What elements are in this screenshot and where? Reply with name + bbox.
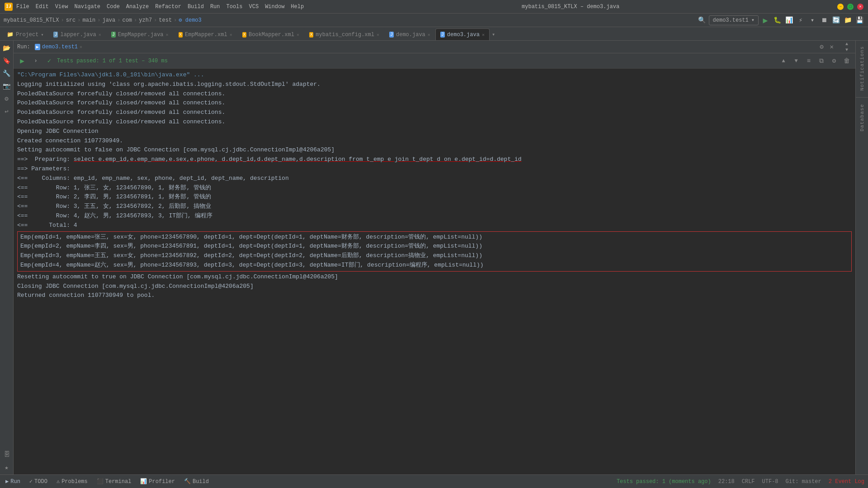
window-controls[interactable]: － □ ✕ [837,4,863,10]
problems-icon: ⚠ [57,478,60,485]
wrap-lines-btn[interactable]: ≡ [803,55,815,67]
breadcrumb-yzh7[interactable]: yzh7 [139,17,152,23]
menu-file[interactable]: File [16,4,29,10]
sidebar-camera-icon[interactable]: 📷 [1,80,12,91]
run-config-label: demo3.test1 [713,17,749,23]
terminal-icon: ⬛ [97,478,104,485]
tab-empmapper-close[interactable]: ✕ [166,32,169,38]
rerun-button[interactable]: ▶ [16,55,28,67]
bottom-run-label: Run [10,479,20,485]
bottom-tab-terminal[interactable]: ⬛ Terminal [95,477,133,486]
event-log-btn[interactable]: 2 Event Log [829,479,864,485]
sidebar-database-icon[interactable]: 🗄 [1,449,12,460]
breadcrumb-demo3[interactable]: ⚙ demo3 [179,17,201,23]
toolbar: mybatis_0815_KTLX › src › main › java › … [0,14,868,27]
bottom-tab-run[interactable]: ▶ Run [4,477,22,486]
opening-jdbc-line: Opening JDBC Connection [17,128,98,135]
breadcrumb-com[interactable]: com [122,17,132,23]
sidebar-star-icon[interactable]: ★ [1,462,12,473]
menu-run[interactable]: Run [210,4,220,10]
sidebar-structure-icon[interactable]: 🔧 [1,68,12,79]
tab-project[interactable]: 📁 Project ▾ [2,28,48,40]
sidebar-bookmark-icon[interactable]: 🔖 [1,55,12,66]
menu-build[interactable]: Build [188,4,204,10]
run-panel-arrows: ▲ ▼ [842,41,852,52]
run-config-dropdown[interactable]: demo3.test1 ▾ [709,15,759,25]
tab-bookmapper-xml[interactable]: X BookMapper.xml ✕ [237,28,304,40]
menu-view[interactable]: View [55,4,68,10]
menu-vcs[interactable]: VCS [249,4,259,10]
tab-demo3-close[interactable]: ✕ [482,32,485,38]
run-panel-close[interactable]: ✕ [830,43,834,51]
menu-tools[interactable]: Tools [226,4,243,10]
scroll-up-btn[interactable]: ▲ [778,55,789,67]
menu-help[interactable]: Help [291,4,304,10]
chevron-icon: ▾ [41,32,43,38]
search-everywhere-icon[interactable]: 🔍 [697,15,707,25]
filter-btn[interactable]: ⧉ [816,55,827,67]
right-sidebar-database[interactable]: Database [859,100,866,135]
run-panel-up[interactable]: ▲ [842,41,852,47]
more-run-options[interactable]: ▾ [807,15,817,25]
settings-run-btn[interactable]: ⚙ [828,55,840,67]
tab-empmapper-xml-close[interactable]: ✕ [230,32,232,38]
breadcrumb-main[interactable]: main [82,17,95,23]
menu-edit[interactable]: Edit [36,4,49,10]
tab-demo[interactable]: J demo.java ✕ [384,28,435,40]
time-display: 22:18 [718,479,735,485]
sidebar-project-icon[interactable]: 📂 [1,42,12,53]
row-line-4: <== Row: 4, 赵六, 男, 1234567893, 3, IT部门, … [17,212,212,219]
title-bar: IJ File Edit View Navigate Code Analyze … [0,0,868,14]
autocommit-line: Setting autocommit to false on JDBC Conn… [17,146,335,153]
bottom-tab-build[interactable]: 🔨 Build [182,477,211,486]
profile-button[interactable]: ⚡ [796,15,806,25]
bottom-tab-problems[interactable]: ⚠ Problems [55,477,90,486]
charset-display[interactable]: UTF-8 [762,479,778,485]
tab-empmapper[interactable]: J EmpMapper.java ✕ [106,28,174,40]
coverage-button[interactable]: 📊 [784,15,794,25]
minimize-button[interactable]: － [837,4,844,10]
run-button[interactable]: ▶ [760,15,770,25]
breadcrumb-src[interactable]: src [66,17,76,23]
tab-mybatis-config-close[interactable]: ✕ [377,32,379,38]
console-output[interactable]: "C:\Program Files\Java\jdk1.8.0_101\bin\… [14,69,855,474]
debug-button[interactable]: 🐛 [772,15,782,25]
run-panel-down[interactable]: ▼ [842,47,852,52]
tab-lapper-close[interactable]: ✕ [99,32,101,38]
right-sidebar-notifications[interactable]: Notifications [859,42,866,94]
sidebar-history-icon[interactable]: ↩ [1,106,12,117]
breadcrumb-test[interactable]: test [159,17,172,23]
menu-analyze[interactable]: Analyze [126,4,149,10]
tab-mybatis-config[interactable]: X mybatis_config.xml ✕ [304,28,384,40]
bottom-tab-profiler[interactable]: 📊 Profiler [138,477,177,486]
close-button[interactable]: ✕ [857,4,863,10]
sidebar-settings-icon[interactable]: ⚙ [1,93,12,104]
scroll-down-btn[interactable]: ▼ [790,55,802,67]
stop-button[interactable]: ⏹ [819,15,829,25]
tab-demo3[interactable]: J demo3.java ✕ [435,28,490,40]
run-tab-demo3[interactable]: ▶ demo3.test1 ✕ [35,44,82,50]
breadcrumb-java[interactable]: java [102,17,115,23]
tab-overflow[interactable]: ▾ [490,28,497,40]
open-file-button[interactable]: 📁 [843,15,853,25]
maximize-button[interactable]: □ [847,4,854,10]
menu-refactor[interactable]: Refactor [155,4,181,10]
menu-navigate[interactable]: Navigate [74,4,100,10]
toolbar-chevron[interactable]: › [30,55,42,67]
line-ending-display[interactable]: CRLF [742,479,755,485]
run-tab-close[interactable]: ✕ [80,44,82,50]
returned-conn-line: Returned connection 1107730949 to pool. [17,292,155,299]
tab-empmapper-xml[interactable]: X EmpMapper.xml ✕ [174,28,237,40]
trash-btn[interactable]: 🗑 [841,55,853,67]
run-settings-icon[interactable]: ⚙ [820,43,823,51]
bottom-tab-todo[interactable]: ✓ TODO [28,477,49,486]
tab-lapper[interactable]: J lapper.java ✕ [48,28,106,40]
breadcrumb-project[interactable]: mybatis_0815_KTLX [4,17,59,23]
menu-window[interactable]: Window [265,4,284,10]
sync-button[interactable]: 🔄 [831,15,841,25]
tab-demo-close[interactable]: ✕ [428,32,430,38]
menu-bar[interactable]: File Edit View Navigate Code Analyze Ref… [16,4,304,10]
menu-code[interactable]: Code [107,4,120,10]
save-button[interactable]: 💾 [854,15,864,25]
tab-bookmapper-xml-close[interactable]: ✕ [297,32,299,38]
